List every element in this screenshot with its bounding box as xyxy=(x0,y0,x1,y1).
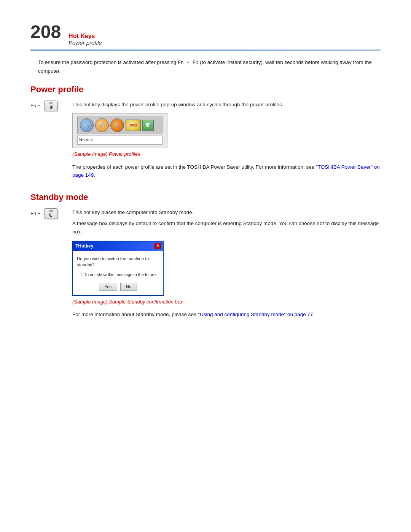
page-number: 208 xyxy=(30,23,61,41)
header-subtitle: Power profile xyxy=(68,40,102,46)
standby-body-text-2: . xyxy=(313,312,314,317)
power-icon-1: 🔍 xyxy=(80,118,94,132)
power-body-text-2: . xyxy=(94,172,95,178)
standby-section: Standby mode Fn + F3 ⏾ This hot key plac… xyxy=(30,192,381,321)
page: 208 Hot Keys Power profile To ensure the… xyxy=(0,0,411,532)
standby-sample-caption: (Sample Image) Sample Standby confirmati… xyxy=(72,298,381,306)
icon-3-symbol: 🔍 xyxy=(115,122,119,128)
standby-key-row: Fn + F3 ⏾ This hot key places the comput… xyxy=(30,208,381,321)
power-label-text: Normal xyxy=(79,137,92,142)
f3-key-symbol: ⏾ xyxy=(49,213,53,217)
thotkey-buttons: Yes No xyxy=(77,283,159,291)
standby-heading: Standby mode xyxy=(30,192,381,202)
power-profile-heading: Power profile xyxy=(30,85,381,94)
power-body-text-1: The properties of each power profile are… xyxy=(72,164,316,170)
power-icon-chart: 📊 xyxy=(142,120,154,131)
thotkey-dialog: THotkey ✕ Do you wish to switch the mach… xyxy=(72,241,164,296)
header-title-block: Hot Keys Power profile xyxy=(68,32,102,46)
header-top: 208 Hot Keys Power profile xyxy=(30,23,381,46)
page-header: 208 Hot Keys Power profile xyxy=(0,0,411,51)
thotkey-checkbox-label: Do not show this message in the future. xyxy=(83,272,157,278)
thotkey-close-button[interactable]: ✕ xyxy=(155,243,161,249)
f2-key-icon: F2 🖥 xyxy=(44,101,58,111)
standby-key-combo: Fn + F3 ⏾ xyxy=(30,208,65,219)
power-profile-key-row: Fn + F2 🖥 This hot key displays the powe… xyxy=(30,101,381,182)
dvd-symbol: DVD xyxy=(129,123,137,128)
f2-key-label: F2 xyxy=(49,102,53,105)
f3-key-label: F3 xyxy=(49,210,53,213)
key-icon-symbol: 🖥 xyxy=(49,105,53,109)
standby-mode-link[interactable]: "Using and configuring Standby mode" on … xyxy=(198,312,313,317)
thotkey-no-button[interactable]: No xyxy=(120,283,137,291)
thotkey-checkbox[interactable] xyxy=(77,273,81,277)
power-icons-row: 🔍 🔎 🔍 xyxy=(77,117,162,134)
power-profile-key-combo: Fn + F2 🖥 xyxy=(30,101,65,111)
power-label-row: Normal xyxy=(77,136,162,145)
f3-key-icon: F3 ⏾ xyxy=(44,208,58,219)
power-profile-image: 🔍 🔎 🔍 xyxy=(72,113,167,148)
standby-desc-line2: A message box displays by default to con… xyxy=(72,219,381,236)
icon-2-symbol: 🔎 xyxy=(100,122,104,128)
intro-text: To ensure the password protection is act… xyxy=(30,58,381,75)
thotkey-body: Do you wish to switch the machine to sta… xyxy=(73,251,163,295)
main-content: To ensure the password protection is act… xyxy=(0,51,411,347)
icon-1-symbol: 🔍 xyxy=(84,122,89,128)
power-icon-dvd: DVD xyxy=(126,120,141,131)
thotkey-message: Do you wish to switch the machine to sta… xyxy=(77,256,159,268)
intro-key-combo: Fn + F1 xyxy=(178,60,199,66)
power-profile-box: 🔍 🔎 🔍 xyxy=(72,113,167,148)
standby-body-text-1: For more information about Standby mode,… xyxy=(72,312,198,317)
power-icon-2: 🔎 xyxy=(95,118,109,132)
power-body-text: The properties of each power profile are… xyxy=(72,163,381,179)
power-sample-caption: (Sample Image) Power profiles xyxy=(72,150,381,158)
intro-text-part1: To ensure the password protection is act… xyxy=(38,59,178,65)
standby-desc-line1: This hot key places the computer into St… xyxy=(72,208,381,217)
thotkey-checkbox-row: Do not show this message in the future. xyxy=(77,272,159,278)
power-profile-desc-text: This hot key displays the power profile … xyxy=(72,101,381,109)
thotkey-yes-button[interactable]: Yes xyxy=(99,283,117,291)
fn-label-2: Fn + xyxy=(30,211,40,216)
thotkey-titlebar: THotkey ✕ xyxy=(73,241,163,251)
standby-description: This hot key places the computer into St… xyxy=(72,208,381,321)
power-icon-3: 🔍 xyxy=(110,118,124,132)
thotkey-title: THotkey xyxy=(75,243,93,250)
power-profile-section: Power profile Fn + F2 🖥 This hot key dis… xyxy=(30,85,381,182)
fn-label-1: Fn + xyxy=(30,103,40,109)
chart-symbol: 📊 xyxy=(146,122,150,128)
standby-body-text: For more information about Standby mode,… xyxy=(72,310,381,319)
hot-keys-title: Hot Keys xyxy=(68,32,102,40)
power-profile-description: This hot key displays the power profile … xyxy=(72,101,381,182)
